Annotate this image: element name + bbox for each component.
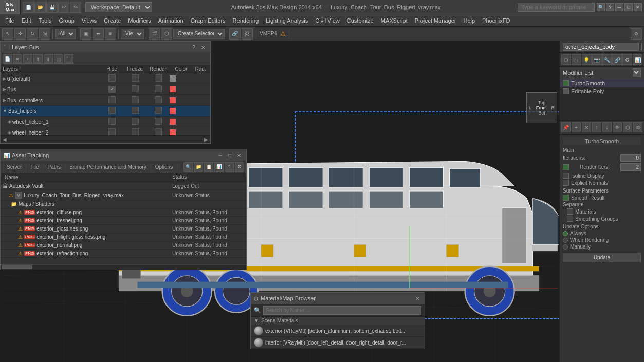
align-btn[interactable]: ≡: [105, 28, 116, 40]
rp-icon-4[interactable]: 📷: [592, 54, 602, 65]
menu-rendering[interactable]: Rendering: [230, 14, 262, 26]
layer-select-btn[interactable]: ⬚: [54, 54, 63, 64]
modifier-turbosmooth[interactable]: TurboSmooth: [560, 79, 644, 87]
scale-btn[interactable]: ⇲: [39, 28, 50, 40]
menu-views[interactable]: Views: [79, 14, 100, 26]
link-btn[interactable]: 🔗: [229, 28, 241, 40]
asset-icon-1[interactable]: 🔍: [183, 162, 193, 172]
asset-row[interactable]: 🏛 Autodesk Vault Logged Out: [1, 182, 246, 190]
menu-file[interactable]: File: [2, 14, 17, 26]
scene-materials-header[interactable]: ▼ Scene Materials: [251, 317, 425, 325]
freeze-check-wh2[interactable]: [132, 128, 139, 135]
undo-btn[interactable]: ↩: [58, 2, 69, 13]
asset-row[interactable]: ⚠ PNG exterior_glossines.png Unknown Sta…: [1, 225, 246, 233]
freeze-check-bh[interactable]: [132, 107, 139, 114]
help-btn[interactable]: ?: [606, 3, 614, 11]
view-dropdown[interactable]: View: [121, 29, 144, 39]
layer-move-down-btn[interactable]: ⇓: [44, 54, 53, 64]
rp-icon-8[interactable]: 📊: [633, 54, 642, 65]
menu-create[interactable]: Create: [101, 14, 124, 26]
ts-render-iters-input[interactable]: [620, 163, 641, 171]
ts-explicit-checkbox[interactable]: [563, 180, 569, 186]
asset-row[interactable]: ⚠ PNG exterior_normal.png Unknown Status…: [1, 241, 246, 250]
menu-animation[interactable]: Animation: [155, 14, 187, 26]
asset-icon-3[interactable]: 📋: [204, 162, 213, 172]
search-box[interactable]: [518, 3, 595, 12]
render-check-bc[interactable]: [155, 96, 162, 103]
ts-smoothing-checkbox[interactable]: [567, 216, 573, 222]
mat-item[interactable]: exterior (VRayMtl) [bottom_aluminum, bot…: [251, 325, 425, 337]
mod-add-btn[interactable]: +: [572, 122, 581, 132]
render-check-wh1[interactable]: [155, 118, 162, 125]
modifier-checkbox-ts[interactable]: [563, 80, 569, 86]
render-check-bh[interactable]: [155, 107, 162, 114]
ts-iterations-input[interactable]: [620, 154, 641, 162]
ts-manually-radio[interactable]: [563, 244, 568, 250]
hide-check-bc[interactable]: [108, 96, 116, 103]
layer-close-btn[interactable]: ✕: [199, 43, 207, 51]
asset-icon-5[interactable]: ?: [225, 162, 234, 172]
asset-tab-server[interactable]: Server: [3, 163, 26, 171]
mod-del-btn[interactable]: ✕: [582, 122, 591, 132]
modifier-editable-poly[interactable]: Editable Poly: [560, 87, 644, 96]
ts-isoline-checkbox[interactable]: [563, 173, 569, 179]
mod-pin-btn[interactable]: 📌: [561, 122, 571, 132]
search-icon-btn[interactable]: 🔍: [597, 3, 605, 11]
selection-filter[interactable]: All: [55, 29, 76, 39]
layer-row[interactable]: ▶ Bus_controllers: [1, 95, 210, 106]
layer-move-up-btn[interactable]: ⇑: [33, 54, 43, 64]
modifier-checkbox-ep[interactable]: [563, 88, 569, 94]
rp-icon-5[interactable]: 🔧: [602, 54, 612, 65]
viewport[interactable]: Total other_objects_body Polys: 870 151 …: [0, 41, 559, 362]
rp-icon-7[interactable]: ⚙: [622, 54, 632, 65]
ts-when-rendering-radio[interactable]: [563, 238, 568, 243]
close-btn[interactable]: ✕: [634, 3, 642, 11]
asset-row[interactable]: ⚠ PNG exterior_hilight glossiness.png Un…: [1, 233, 246, 241]
layer-row[interactable]: ◈ wheel_helper_2: [1, 127, 210, 135]
menu-phoenixfd[interactable]: PhoenixFD: [479, 14, 513, 26]
freeze-check-bc[interactable]: [132, 96, 139, 103]
asset-tab-bitmap[interactable]: Bitmap Performance and Memory: [65, 163, 151, 171]
mod-show-btn[interactable]: 👁: [613, 122, 622, 132]
unlink-btn[interactable]: ⛓: [242, 28, 253, 40]
asset-maximize-btn[interactable]: □: [226, 151, 234, 159]
mod-up-btn[interactable]: ↑: [592, 122, 601, 132]
asset-close-btn[interactable]: ✕: [235, 151, 243, 159]
rotate-btn[interactable]: ↻: [27, 28, 38, 40]
layer-row[interactable]: ▶ Bus ✓: [1, 84, 210, 95]
menu-edit[interactable]: Edit: [19, 14, 34, 26]
hide-check-bh[interactable]: [108, 107, 116, 114]
render-setup-btn[interactable]: ⚙: [631, 28, 642, 40]
render-btn[interactable]: 🎬: [149, 28, 160, 40]
mat-item[interactable]: interior (VRayMtl) [door_left_detail, do…: [251, 337, 425, 349]
mat-search-input[interactable]: [263, 306, 421, 315]
menu-lighting[interactable]: Lighting Analysis: [263, 14, 311, 26]
layer-row-selected[interactable]: ▼ Bus_helpers: [1, 106, 210, 117]
render-check-0[interactable]: [155, 74, 162, 82]
workspace-selector[interactable]: Workspace: Default: [85, 2, 152, 12]
hide-check-wh1[interactable]: [108, 118, 116, 125]
layer-row[interactable]: ▶ 0 (default): [1, 73, 210, 84]
render-check-wh2[interactable]: [155, 128, 162, 135]
menu-graph-editors[interactable]: Graph Editors: [188, 14, 229, 26]
mirror-btn[interactable]: ⬌: [93, 28, 104, 40]
rp-icon-1[interactable]: ⬡: [561, 54, 571, 65]
asset-row[interactable]: ⚠ PNG exterior_diffuse.png Unknown Statu…: [1, 208, 246, 217]
rp-icon-6[interactable]: 🔗: [612, 54, 622, 65]
menu-civil[interactable]: Civil View: [312, 14, 342, 26]
asset-tab-options[interactable]: Options: [151, 163, 177, 171]
mat-close-btn[interactable]: ✕: [413, 294, 421, 302]
mod-wire-btn[interactable]: ⬡: [623, 122, 632, 132]
asset-row[interactable]: 📁 Maps / Shaders: [1, 200, 246, 208]
rp-icon-3[interactable]: 💡: [582, 54, 592, 65]
asset-row[interactable]: ⚠ PNG exterior_fresnel.png Unknown Statu…: [1, 217, 246, 225]
save-file-btn[interactable]: 💾: [46, 2, 58, 13]
menu-maxscript[interactable]: MAXScript: [378, 14, 411, 26]
move-btn[interactable]: ✛: [14, 28, 26, 40]
rp-icon-2[interactable]: ◻: [572, 54, 581, 65]
ts-update-btn[interactable]: Update: [563, 253, 641, 262]
mod-settings-btn[interactable]: ⚙: [633, 122, 642, 132]
freeze-check-wh1[interactable]: [132, 118, 139, 125]
scrollbar-thumb[interactable]: [2, 265, 32, 269]
obj-name-input[interactable]: [563, 43, 639, 51]
